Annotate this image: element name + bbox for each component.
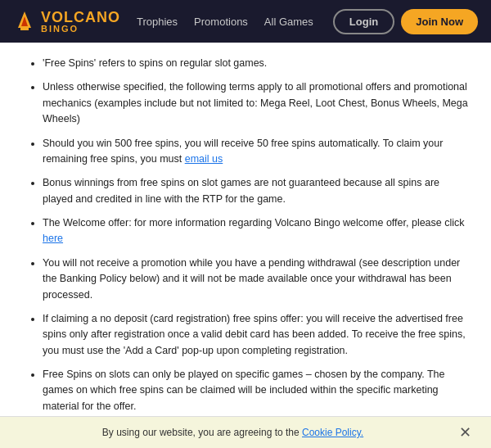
logo-text: VOLCANO BINGO xyxy=(41,10,120,34)
list-item: The Welcome offer: for more information … xyxy=(43,215,471,247)
cookie-banner: By using our website, you are agreeing t… xyxy=(0,416,491,448)
list-item: Unless otherwise specified, the followin… xyxy=(43,79,471,127)
logo-bingo: BINGO xyxy=(41,25,120,34)
list-item-text: Bonus winnings from free spins on slot g… xyxy=(43,177,439,204)
join-now-button[interactable]: Join Now xyxy=(401,9,478,34)
cookie-banner-text: By using our website, you are agreeing t… xyxy=(16,427,449,438)
header: VOLCANO BINGO Trophies Promotions All Ga… xyxy=(0,0,491,43)
svg-rect-2 xyxy=(20,28,29,30)
cookie-policy-link[interactable]: Cookie Policy. xyxy=(302,427,363,438)
list-item-text: Free Spins on slots can only be played o… xyxy=(43,369,445,412)
logo: VOLCANO BINGO xyxy=(13,10,120,34)
logo-volcano: VOLCANO xyxy=(41,10,120,25)
header-buttons: Login Join Now xyxy=(333,9,478,34)
nav-all-games[interactable]: All Games xyxy=(264,16,313,28)
list-item-text: You will not receive a promotion while y… xyxy=(43,257,460,301)
cookie-close-button[interactable]: ✕ xyxy=(456,425,475,440)
login-button[interactable]: Login xyxy=(333,9,394,34)
email-us-link[interactable]: email us xyxy=(185,153,223,165)
nav-trophies[interactable]: Trophies xyxy=(137,16,178,28)
list-item: 'Free Spins' refers to spins on regular … xyxy=(43,56,471,71)
nav-promotions[interactable]: Promotions xyxy=(194,16,248,28)
list-item-text: If claiming a no deposit (card registrat… xyxy=(43,313,466,356)
cookie-text-before: By using our website, you are agreeing t… xyxy=(102,427,302,438)
terms-list: 'Free Spins' refers to spins on regular … xyxy=(20,56,471,448)
list-item-text: Unless otherwise specified, the followin… xyxy=(43,81,468,124)
list-item: Free Spins on slots can only be played o… xyxy=(43,367,471,414)
here-link[interactable]: here xyxy=(43,233,63,244)
list-item: Bonus winnings from free spins on slot g… xyxy=(43,175,471,207)
list-item: If claiming a no deposit (card registrat… xyxy=(43,311,471,359)
list-item: Should you win 500 free spins, you will … xyxy=(43,136,471,168)
list-item: You will not receive a promotion while y… xyxy=(43,256,471,303)
list-item-text: 'Free Spins' refers to spins on regular … xyxy=(43,57,267,69)
main-nav: Trophies Promotions All Games xyxy=(137,16,333,28)
list-item-text: The Welcome offer: for more information … xyxy=(43,217,465,229)
volcano-icon xyxy=(13,10,36,33)
list-item-text: Should you win 500 free spins, you will … xyxy=(43,138,443,165)
main-content: 'Free Spins' refers to spins on regular … xyxy=(0,43,491,448)
